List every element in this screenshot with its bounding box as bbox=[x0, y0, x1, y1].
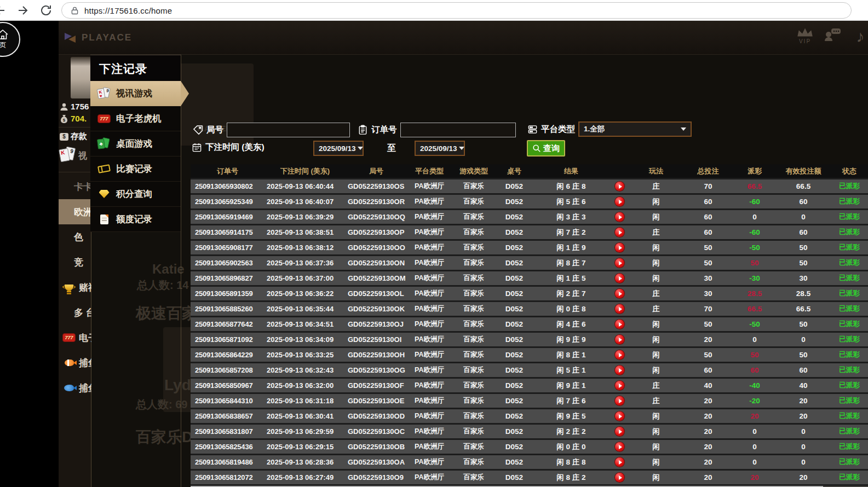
valid-cell: 0 bbox=[776, 333, 831, 346]
play-cell bbox=[610, 241, 629, 254]
side-cell: 闲 bbox=[629, 210, 683, 224]
menu-item-slot-machines[interactable]: 777电子老虎机 bbox=[90, 106, 181, 131]
payout-cell: 0 bbox=[733, 440, 776, 454]
side-cell: 闲 bbox=[629, 440, 683, 454]
header-cell: 下注时间 (美东) bbox=[265, 164, 346, 178]
sidebar-item-gambling-tournament[interactable]: 赌神赛 bbox=[59, 275, 91, 300]
play-button[interactable] bbox=[615, 274, 624, 283]
play-button[interactable] bbox=[615, 473, 624, 482]
sidebar-item-europe[interactable]: 欧洲 bbox=[59, 199, 91, 224]
sidebar-item-se[interactable]: 色 bbox=[59, 224, 91, 250]
address-bar[interactable]: https://175616.cc/home bbox=[61, 2, 852, 19]
menu-item-video-games[interactable]: 9K♥视讯游戏 bbox=[90, 81, 181, 106]
result-cell: 闲 5 庄 1 bbox=[533, 363, 610, 377]
page: Katie总人数: 14极速百家乐MLydia总人数: 69 庄百家乐D52MA… bbox=[0, 21, 868, 487]
sidebar-item-multi-table[interactable]: 多 台 bbox=[59, 300, 91, 325]
logo-text: PLAYACE bbox=[82, 32, 132, 43]
back-icon[interactable] bbox=[0, 4, 7, 17]
order-input[interactable] bbox=[400, 123, 516, 137]
bet-cell: 20 bbox=[683, 471, 733, 484]
table-cell: D052 bbox=[496, 348, 533, 362]
bet-cell: 60 bbox=[683, 363, 733, 377]
order-cell: 250913065914175 bbox=[191, 225, 265, 239]
fish-orange-icon bbox=[62, 356, 76, 370]
search-button[interactable]: 查询 bbox=[527, 140, 565, 156]
menu-item-points-query[interactable]: 积分查询 bbox=[90, 182, 181, 207]
status-cell: 已派彩 bbox=[831, 471, 868, 484]
sidebar-item-electronic-games[interactable]: 777电子游戏 bbox=[59, 325, 91, 350]
ticket-icon bbox=[97, 162, 111, 176]
game-cell: 百家乐 bbox=[452, 225, 496, 239]
content-area: 局号 订单号 平台类型 1.全部 下注时间 (美东) bbox=[181, 55, 868, 487]
deposit-button[interactable]: $ 存款 bbox=[60, 131, 87, 142]
play-button[interactable] bbox=[615, 289, 624, 298]
result-cell: 闲 9 庄 1 bbox=[533, 379, 610, 392]
vip-icon[interactable]: VIP bbox=[797, 27, 813, 44]
platform-cell: PA欧洲厅 bbox=[407, 333, 452, 346]
result-cell: 闲 1 庄 5 bbox=[533, 271, 610, 285]
play-button[interactable] bbox=[615, 182, 624, 191]
forward-icon[interactable] bbox=[16, 4, 30, 17]
play-button[interactable] bbox=[615, 228, 624, 237]
deposit-icon: $ bbox=[60, 133, 68, 141]
sidebar-item-fishing-master[interactable]: 捕鱼大师 bbox=[59, 375, 91, 401]
round-filter: 局号 bbox=[193, 123, 350, 137]
play-button[interactable] bbox=[615, 411, 624, 421]
menu-item-credit-records[interactable]: 额度记录 bbox=[90, 207, 181, 232]
play-button[interactable] bbox=[615, 442, 624, 451]
play-button[interactable] bbox=[615, 304, 624, 314]
menu-item-match-records[interactable]: 比赛记录 bbox=[90, 156, 181, 182]
date-to-value: 2025/09/13 bbox=[420, 144, 457, 153]
round-input[interactable] bbox=[227, 123, 350, 137]
play-button[interactable] bbox=[615, 320, 624, 329]
platform-filter: 平台类型 1.全部 bbox=[527, 121, 692, 137]
valid-cell: 0 bbox=[776, 425, 831, 438]
table-row: 2509130658710922025-09-13 06:34:09GD0522… bbox=[191, 333, 868, 348]
refresh-icon[interactable] bbox=[39, 4, 53, 17]
play-button[interactable] bbox=[615, 212, 624, 222]
divider bbox=[59, 127, 91, 127]
play-button[interactable] bbox=[615, 366, 624, 375]
payout-cell: 66.5 bbox=[733, 179, 776, 193]
customer-service-icon[interactable] bbox=[823, 27, 842, 44]
play-button[interactable] bbox=[615, 396, 624, 405]
payout-cell: 20 bbox=[733, 409, 776, 423]
video-games-tab[interactable]: 9 K 视 bbox=[60, 147, 87, 165]
round-cell: GD052259130OJ bbox=[346, 317, 407, 331]
valid-cell: 50 bbox=[776, 241, 831, 254]
payout-cell: 20 bbox=[733, 471, 776, 484]
sidebar-item-kaka[interactable]: 卡卡 bbox=[59, 174, 91, 199]
side-cell: 闲 bbox=[629, 333, 683, 346]
platform-select[interactable]: 1.全部 bbox=[578, 121, 692, 137]
payout-cell: -60 bbox=[733, 225, 776, 239]
sidebar-item-jing[interactable]: 竞 bbox=[59, 250, 91, 275]
game-cell: 百家乐 bbox=[452, 425, 496, 438]
play-button[interactable] bbox=[615, 335, 624, 344]
valid-cell: 0 bbox=[776, 210, 831, 224]
date-to-select[interactable]: 2025/09/13 bbox=[415, 141, 465, 156]
game-cell: 百家乐 bbox=[452, 379, 496, 392]
valid-cell: 60 bbox=[776, 363, 831, 377]
play-button[interactable] bbox=[615, 197, 624, 206]
platform-label: 平台类型 bbox=[541, 124, 575, 135]
menu-item-table-games[interactable]: ♣桌面游戏 bbox=[90, 131, 181, 156]
menu-item-label: 额度记录 bbox=[116, 213, 152, 225]
diamond-icon bbox=[97, 187, 111, 201]
side-cell: 庄 bbox=[629, 394, 683, 408]
round-cell: GD052259130OA bbox=[346, 455, 407, 469]
music-icon[interactable]: ♪ bbox=[849, 27, 868, 46]
home-float-button[interactable]: 页 bbox=[0, 22, 20, 57]
play-button[interactable] bbox=[615, 243, 624, 252]
play-button[interactable] bbox=[615, 258, 624, 268]
calendar-icon bbox=[192, 142, 202, 153]
play-button[interactable] bbox=[615, 350, 624, 360]
date-from-select[interactable]: 2025/09/13 bbox=[313, 141, 364, 156]
play-button[interactable] bbox=[615, 457, 624, 467]
table-cell: D052 bbox=[496, 287, 533, 300]
play-button[interactable] bbox=[615, 381, 624, 390]
sidebar-item-label: 赌神赛 bbox=[79, 281, 91, 294]
play-button[interactable] bbox=[615, 427, 624, 436]
sidebar-item-fishing-king[interactable]: 捕鱼王 bbox=[59, 350, 91, 375]
result-cell: 闲 0 庄 8 bbox=[533, 302, 610, 316]
round-cell: GD052259130OC bbox=[346, 425, 407, 438]
